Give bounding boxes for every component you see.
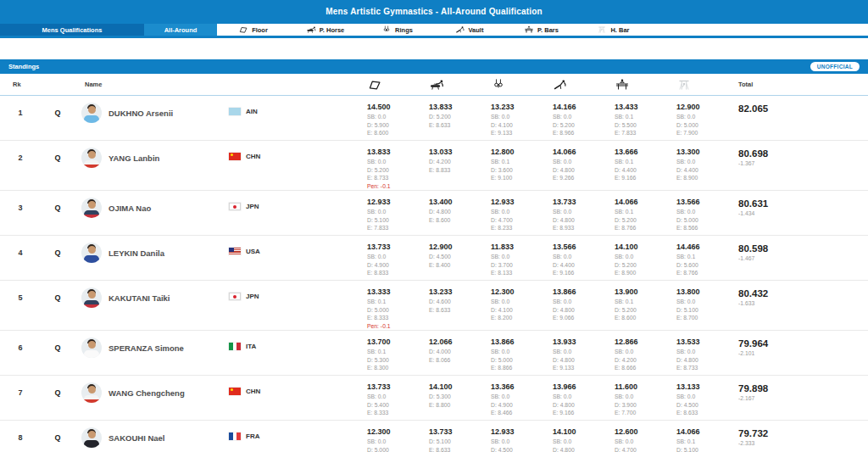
high-bar-score-cell: 13.800SB: 0.0D: 5.100E: 8.700	[676, 286, 738, 322]
athlete-name: KAKUTANI Taiki	[108, 293, 170, 303]
apparatus-score: 13.966	[553, 382, 615, 391]
total-score: 79.732	[738, 428, 868, 438]
page-title: Mens Artistic Gymnastics - All-Around Qu…	[326, 7, 542, 16]
table-row[interactable]: 4 Q LEYKIN Danila USA 13.733SB: 0.0D: 4.…	[0, 236, 868, 281]
apparatus-score: 12.600	[615, 427, 676, 436]
score-penalty: Pen: -0.1	[367, 182, 429, 191]
tab-parallel-bars[interactable]: P. Bars	[505, 24, 577, 36]
table-row[interactable]: 6 Q SPERANZA Simone ITA 13.700SB: 0.1D: …	[0, 331, 868, 376]
athlete-name: YANG Lanbin	[108, 153, 159, 163]
country-code: CHN	[246, 153, 260, 160]
apparatus-score: 13.233	[491, 103, 553, 111]
tab-rings[interactable]: Rings	[361, 24, 433, 36]
pommel-horse-icon	[306, 25, 316, 34]
score-detail-e: E: 9.100	[491, 174, 553, 182]
high-bar-score-cell: 14.466SB: 0.1D: 5.600E: 8.766	[676, 241, 738, 277]
table-row[interactable]: 3 Q OJIMA Nao JPN 12.933SB: 0.0D: 5.100E…	[0, 191, 868, 236]
total-cell: 79.898 -2.167	[738, 381, 868, 401]
tab-label: All-Around	[164, 26, 198, 34]
score-detail-e: E: 8.833	[367, 269, 429, 277]
table-row[interactable]: 7 Q WANG Chengcheng CHN 13.733SB: 0.0D: …	[0, 376, 868, 421]
rank-value: 3	[0, 196, 41, 212]
qualified-badge: Q	[41, 101, 75, 117]
score-detail-sb: SB: 0.0	[553, 113, 615, 121]
vault-score-cell: 13.733SB: 0.0D: 4.800E: 8.933	[553, 196, 615, 232]
score-detail-d: D: 5.200	[615, 306, 676, 315]
score-detail-sb: SB: 0.0	[553, 438, 615, 446]
high-bar-score-cell: 13.533SB: 0.0D: 4.800E: 8.733	[676, 336, 738, 372]
score-detail-sb: SB: 0.1	[491, 158, 553, 166]
qualified-badge: Q	[41, 286, 75, 302]
apparatus-score: 13.333	[367, 287, 429, 296]
score-detail-d: D: 5.000	[676, 216, 738, 225]
tab-bar: Mens Qualifications All-Around Floor P. …	[0, 24, 868, 36]
score-detail-d: D: 4.700	[615, 446, 676, 452]
apparatus-score: 12.800	[491, 148, 553, 156]
total-cell: 82.065	[738, 101, 868, 115]
rank-value: 8	[0, 426, 41, 442]
score-detail-e: E: 7.700	[615, 409, 676, 417]
score-detail-d: D: 5.300	[429, 393, 491, 401]
total-cell: 80.631 -1.434	[738, 196, 868, 216]
pommel-horse-score-cell: 12.900D: 4.500E: 8.400	[429, 241, 491, 269]
tab-vault[interactable]: Vault	[433, 24, 505, 36]
score-detail-sb: SB: 0.0	[491, 298, 553, 306]
score-detail-e: E: 8.133	[491, 269, 553, 277]
score-detail-sb: SB: 0.0	[367, 113, 429, 121]
standings-bar: Standings UNOFFICIAL	[0, 59, 868, 74]
apparatus-score: 12.866	[615, 338, 676, 346]
tab-high-bar[interactable]: H. Bar	[577, 24, 649, 36]
apparatus-score: 13.900	[615, 287, 676, 296]
score-detail-e: E: 8.933	[553, 224, 615, 232]
score-detail-e: E: 8.233	[491, 224, 553, 232]
tab-pommel-horse[interactable]: P. Horse	[289, 24, 361, 36]
apparatus-score: 12.300	[367, 427, 429, 436]
apparatus-score: 12.900	[676, 103, 738, 111]
standings-title: Standings	[8, 63, 39, 70]
tab-floor[interactable]: Floor	[217, 24, 289, 36]
tab-mens-qualifications[interactable]: Mens Qualifications	[0, 24, 144, 36]
table-row[interactable]: 5 Q KAKUTANI Taiki JPN 13.333SB: 0.1D: 5…	[0, 281, 868, 331]
parallel-bars-score-cell: 12.600SB: 0.0D: 4.700E: 7.900	[615, 426, 676, 452]
apparatus-score: 12.933	[491, 427, 553, 436]
parallel-bars-icon	[524, 25, 534, 34]
score-detail-e: E: 8.600	[429, 216, 491, 225]
tab-all-around[interactable]: All-Around	[144, 24, 217, 36]
apparatus-score: 14.066	[615, 198, 676, 206]
score-detail-sb: SB: 0.0	[676, 348, 738, 356]
rank-value: 1	[0, 101, 41, 117]
avatar-head	[88, 291, 96, 299]
score-detail-e: E: 8.733	[676, 364, 738, 372]
apparatus-score: 12.933	[491, 198, 553, 206]
total-cell: 79.732 -2.333	[738, 426, 868, 446]
qualified-badge: Q	[41, 426, 75, 442]
parallel-bars-column-header	[615, 79, 676, 91]
total-cell: 79.964 -2.101	[738, 336, 868, 356]
high-bar-score-cell: 13.133SB: 0.0D: 4.500E: 8.633	[676, 381, 738, 417]
score-detail-e: E: 9.166	[553, 269, 615, 277]
avatar-jersey	[84, 440, 99, 448]
qualified-badge: Q	[41, 381, 75, 397]
apparatus-score: 13.800	[676, 287, 738, 296]
tab-label: Floor	[252, 26, 268, 34]
apparatus-score: 11.833	[491, 243, 553, 251]
tab-label: Mens Qualifications	[42, 26, 103, 34]
rings-score-cell: 13.366SB: 0.0D: 4.900E: 8.466	[491, 381, 553, 417]
apparatus-score: 14.066	[553, 148, 615, 156]
score-detail-e: E: 8.633	[429, 446, 491, 452]
avatar-head	[88, 431, 96, 438]
score-detail-d: D: 5.000	[367, 446, 429, 452]
pommel-horse-score-cell: 12.066D: 4.000E: 8.066	[429, 336, 491, 364]
apparatus-score: 13.366	[491, 382, 553, 391]
score-detail-d: D: 4.700	[491, 216, 553, 225]
score-detail-sb: SB: 0.0	[615, 393, 676, 401]
parallel-bars-score-cell: 14.066SB: 0.1D: 5.200E: 8.766	[615, 196, 676, 232]
table-row[interactable]: 8 Q SAKOUHI Nael FRA 12.300SB: 0.0D: 5.0…	[0, 421, 868, 452]
score-detail-sb: SB: 0.1	[615, 158, 676, 166]
apparatus-score: 13.733	[367, 243, 429, 251]
score-detail-d: D: 4.500	[676, 401, 738, 410]
table-row[interactable]: 2 Q YANG Lanbin CHN 13.833SB: 0.0D: 5.20…	[0, 141, 868, 191]
table-row[interactable]: 1 Q DUKHNO Arsenii AIN 14.500SB: 0.0D: 5…	[0, 96, 868, 141]
score-detail-d: D: 4.100	[491, 306, 553, 315]
parallel-bars-score-cell: 13.666SB: 0.1D: 4.400E: 9.166	[615, 146, 676, 182]
